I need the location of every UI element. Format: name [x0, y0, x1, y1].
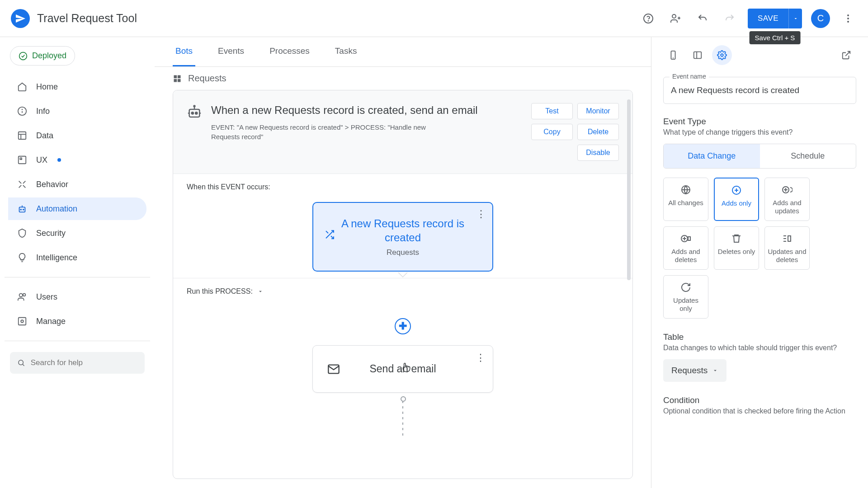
trigger-adds-updates[interactable]: Adds and updates [764, 178, 810, 221]
bot-title: When a new Requests record is created, s… [211, 103, 479, 117]
trigger-grid: All changes Adds only Adds and updates A… [663, 178, 856, 319]
trigger-deletes-only[interactable]: Deletes only [714, 226, 759, 270]
bot-subtitle: EVENT: "A new Requests record is created… [211, 122, 428, 141]
step-card[interactable]: ⋮ Send an email [312, 345, 493, 393]
help-icon[interactable] [639, 9, 657, 28]
breadcrumb[interactable]: Requests [155, 67, 651, 90]
trigger-adds-only[interactable]: Adds only [714, 178, 759, 221]
search-help[interactable] [10, 352, 145, 374]
tab-bots[interactable]: Bots [173, 37, 195, 66]
deployed-chip[interactable]: Deployed [10, 46, 75, 66]
avatar[interactable]: C [811, 9, 830, 28]
event-section-label: When this EVENT occurs: [173, 174, 632, 196]
event-name-input[interactable] [663, 77, 856, 104]
trigger-updates-deletes[interactable]: Updates and deletes [764, 226, 810, 270]
top-actions: SAVE Save Ctrl + S C [639, 9, 857, 28]
sidebar-divider-2 [5, 341, 150, 341]
scrollbar[interactable] [627, 99, 631, 280]
bot-header: When a new Requests record is created, s… [173, 90, 632, 174]
mail-icon [327, 363, 340, 375]
svg-rect-14 [20, 158, 22, 160]
sidebar-item-behavior[interactable]: Behavior [8, 173, 146, 196]
event-card[interactable]: ⋮ A new Requests record is created Reque… [312, 202, 493, 272]
event-kebab-icon[interactable]: ⋮ [476, 208, 486, 220]
tab-tasks[interactable]: Tasks [332, 37, 360, 66]
event-type-title: Event Type [663, 117, 856, 127]
svg-point-20 [23, 294, 26, 296]
app-title: Travel Request Tool [37, 12, 632, 25]
svg-point-4 [847, 18, 849, 19]
event-name-field: Event name [663, 77, 856, 104]
tabs: Bots Events Processes Tasks [155, 37, 651, 67]
svg-point-23 [19, 360, 23, 365]
deployed-label: Deployed [32, 51, 66, 61]
svg-rect-10 [19, 132, 26, 140]
chevron-down-icon [257, 288, 264, 295]
trigger-updates-only[interactable]: Updates only [663, 275, 708, 319]
copy-button[interactable]: Copy [531, 124, 573, 140]
table-select[interactable]: Requests [663, 359, 726, 382]
condition-desc: Optional condition that is checked befor… [663, 407, 856, 415]
svg-rect-26 [178, 75, 181, 78]
sidebar-item-security[interactable]: Security [8, 222, 146, 244]
delete-button[interactable]: Delete [577, 124, 619, 140]
add-step-button[interactable]: ✚ [395, 318, 411, 334]
sidebar-item-info[interactable]: Info [8, 100, 146, 122]
disable-button[interactable]: Disable [577, 145, 619, 161]
save-dropdown[interactable] [788, 9, 802, 28]
svg-rect-54 [788, 236, 791, 241]
more-icon[interactable] [839, 9, 857, 28]
svg-point-19 [19, 294, 23, 297]
process-section-label[interactable]: Run this PROCESS: [173, 278, 632, 300]
seg-data-change[interactable]: Data Change [664, 144, 760, 168]
mobile-preview-icon[interactable] [663, 45, 683, 65]
tablet-preview-icon[interactable] [688, 45, 708, 65]
seg-schedule[interactable]: Schedule [760, 144, 856, 168]
event-card-title: A new Requests record is created [324, 216, 481, 244]
svg-point-33 [194, 105, 195, 107]
svg-rect-27 [174, 79, 177, 82]
svg-point-17 [23, 209, 24, 210]
step-kebab-icon[interactable]: ⋮ [476, 352, 486, 364]
event-type-toggle: Data Change Schedule [663, 144, 856, 169]
sidebar-item-data[interactable]: Data [8, 124, 146, 147]
svg-point-31 [195, 112, 197, 114]
trigger-all-changes[interactable]: All changes [663, 178, 708, 221]
topbar: Travel Request Tool SAVE Save Ctrl + S C [0, 0, 868, 37]
svg-rect-53 [688, 237, 690, 240]
dotted-connector [402, 401, 403, 437]
sidebar-item-manage[interactable]: Manage [8, 310, 146, 333]
add-user-icon[interactable] [666, 9, 684, 28]
undo-icon[interactable] [693, 9, 712, 28]
svg-rect-28 [178, 79, 181, 82]
trigger-adds-deletes[interactable]: Adds and deletes [663, 226, 708, 270]
sidebar-item-automation[interactable]: Automation [8, 197, 146, 220]
svg-point-3 [847, 14, 849, 16]
sidebar: Deployed Home Info Data UX Behavior Auto… [0, 37, 155, 488]
app-logo [11, 9, 30, 28]
svg-point-22 [21, 320, 24, 323]
tab-events[interactable]: Events [215, 37, 247, 66]
search-help-input[interactable] [31, 358, 137, 367]
chevron-down-icon [712, 367, 718, 374]
bot-card: When a new Requests record is created, s… [173, 90, 633, 479]
event-type-desc: What type of change triggers this event? [663, 128, 856, 136]
sidebar-item-home[interactable]: Home [8, 75, 146, 98]
step-title: Send an email [324, 363, 482, 375]
save-button-group: SAVE Save Ctrl + S [748, 9, 802, 28]
robot-icon [187, 105, 202, 120]
monitor-button[interactable]: Monitor [577, 103, 619, 119]
sidebar-divider [5, 277, 150, 277]
open-external-icon[interactable] [836, 45, 856, 65]
test-button[interactable]: Test [531, 103, 573, 119]
grid-icon [173, 74, 182, 83]
table-desc: Data changes to which table should trigg… [663, 344, 856, 352]
sidebar-item-intelligence[interactable]: Intelligence [8, 246, 146, 269]
svg-point-5 [847, 21, 849, 23]
svg-rect-25 [174, 75, 177, 78]
sidebar-item-ux[interactable]: UX [8, 149, 146, 171]
settings-icon[interactable] [712, 45, 732, 65]
tab-processes[interactable]: Processes [267, 37, 312, 66]
sidebar-item-users[interactable]: Users [8, 286, 146, 308]
save-button[interactable]: SAVE [748, 9, 788, 28]
